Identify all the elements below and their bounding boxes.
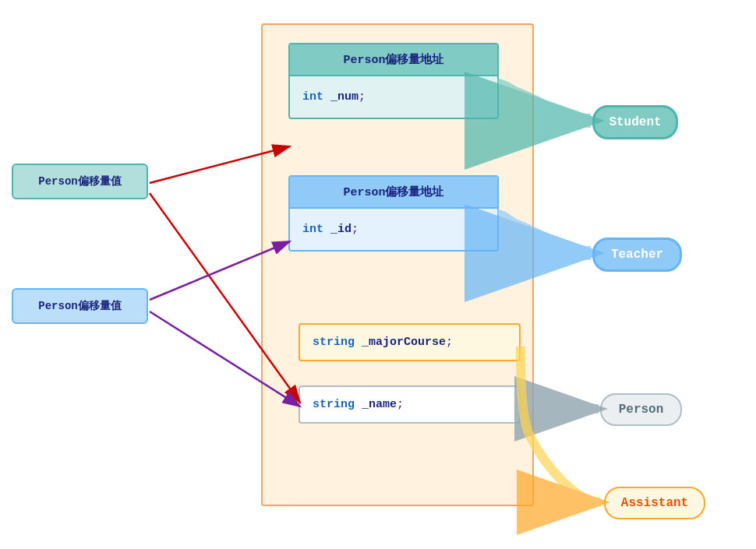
teacher-field-keyword: int (302, 223, 323, 236)
name-field-name: _name (362, 398, 397, 411)
name-keyword: string (313, 398, 355, 411)
teacher-body: int _id; (290, 209, 497, 250)
student-field-keyword: int (302, 90, 323, 104)
major-semicolon: ; (446, 336, 453, 349)
student-body: int _num; (290, 76, 497, 118)
student-label: Student (592, 105, 678, 139)
name-semicolon: ; (397, 398, 404, 411)
teacher-memory-block: Person偏移量地址 int _id; (288, 175, 499, 252)
name-box: string _name; (299, 385, 521, 424)
teacher-field-name: _id (330, 223, 352, 236)
teacher-semicolon: ; (352, 223, 359, 236)
assistant-label: Assistant (604, 487, 705, 519)
person-label: Person (600, 393, 682, 426)
student-header: Person偏移量地址 (290, 44, 497, 76)
teacher-label: Teacher (592, 238, 682, 272)
student-memory-block: Person偏移量地址 int _num; (288, 43, 499, 119)
person-offset-value-1: Person偏移量值 (12, 164, 148, 199)
student-semicolon: ; (359, 90, 366, 104)
person-offset-value-2: Person偏移量值 (12, 288, 148, 324)
major-course-box: string _majorCourse; (299, 323, 521, 361)
teacher-header: Person偏移量地址 (290, 177, 497, 209)
student-field-name: _num (330, 90, 359, 104)
major-keyword: string (313, 336, 355, 349)
major-field-name: _majorCourse (362, 336, 446, 349)
